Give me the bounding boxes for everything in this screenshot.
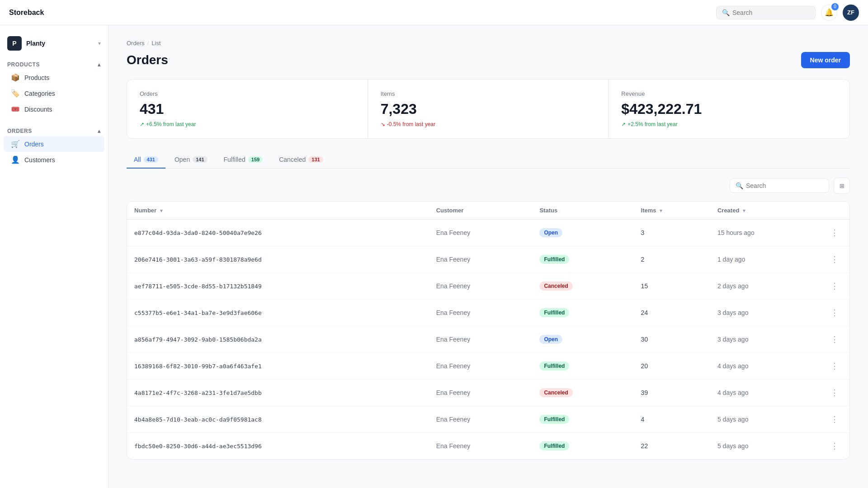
table-row[interactable]: 4a8171e2-4f7c-3268-a231-3fe1d7ae5dbb Ena… (127, 380, 849, 406)
page-title: Orders (127, 53, 168, 67)
col-header-created[interactable]: Created ▾ (710, 202, 820, 220)
row-menu-button[interactable]: ⋮ (827, 279, 842, 293)
status-badge: Open (539, 335, 562, 344)
store-icon: P (7, 36, 22, 51)
table-row[interactable]: e877c04d-93da-3da0-8240-50040a7e9e26 Ena… (127, 220, 849, 246)
sort-icon: ▾ (160, 208, 163, 213)
status-cell: Open (532, 326, 633, 353)
stat-card-items: Items 7,323 ↘ -0.5% from last year (368, 80, 609, 138)
row-actions: ⋮ (820, 406, 849, 433)
row-menu-button[interactable]: ⋮ (827, 253, 842, 266)
items-count: 24 (634, 300, 710, 326)
sidebar-item-categories[interactable]: 🏷️ Categories (4, 85, 104, 101)
sidebar-section-products[interactable]: Products ▴ (0, 58, 108, 70)
order-id: aef78711-e505-3cde-8d55-b17132b51849 (127, 273, 429, 300)
global-search[interactable]: 🔍 (716, 6, 816, 19)
sidebar-section-orders[interactable]: Orders ▴ (0, 124, 108, 136)
items-count: 22 (634, 433, 710, 460)
status-cell: Canceled (532, 273, 633, 300)
order-id: c55377b5-e6e1-34a1-ba7e-3e9d3fae606e (127, 300, 429, 326)
sidebar-item-label: Categories (24, 90, 55, 97)
row-actions: ⋮ (820, 380, 849, 406)
chevron-up-icon: ▴ (98, 128, 101, 134)
tab-fulfilled[interactable]: Fulfilled 159 (217, 151, 270, 169)
sidebar: P Planty ▾ Products ▴ 📦 Products 🏷️ Cate… (0, 25, 108, 488)
row-actions: ⋮ (820, 326, 849, 353)
customers-icon: 👤 (11, 155, 20, 164)
avatar[interactable]: ZF (843, 5, 859, 21)
order-id: 16389168-6f82-3010-99b7-a0a6f463afe1 (127, 353, 429, 380)
order-id: 4b4a8e85-7d10-3eab-ac0c-da9f05981ac8 (127, 406, 429, 433)
order-tabs: All 431 Open 141 Fulfilled 159 Canceled … (127, 151, 850, 169)
row-menu-button[interactable]: ⋮ (827, 333, 842, 346)
stat-label: Items (381, 90, 596, 97)
customer-name: Ena Feeney (429, 300, 533, 326)
breadcrumb-parent[interactable]: Orders (127, 40, 145, 47)
chevron-up-icon: ▴ (98, 61, 101, 68)
customer-name: Ena Feeney (429, 326, 533, 353)
tab-canceled[interactable]: Canceled 131 (272, 151, 330, 169)
columns-button[interactable]: ⊞ (834, 178, 850, 194)
table-row[interactable]: c55377b5-e6e1-34a1-ba7e-3e9d3fae606e Ena… (127, 300, 849, 326)
row-menu-button[interactable]: ⋮ (827, 359, 842, 373)
customer-name: Ena Feeney (429, 273, 533, 300)
created-time: 3 days ago (710, 326, 820, 353)
status-badge: Canceled (539, 388, 572, 397)
created-time: 1 day ago (710, 246, 820, 273)
row-menu-button[interactable]: ⋮ (827, 413, 842, 426)
page-header: Orders New order (127, 52, 850, 68)
table-toolbar: 🔍 ⊞ (127, 178, 850, 194)
status-cell: Fulfilled (532, 300, 633, 326)
tab-all[interactable]: All 431 (127, 151, 165, 169)
row-menu-button[interactable]: ⋮ (827, 306, 842, 319)
stat-value: 7,323 (381, 101, 596, 117)
sidebar-item-discounts[interactable]: 🎟️ Discounts (4, 101, 104, 117)
table-row[interactable]: 4b4a8e85-7d10-3eab-ac0c-da9f05981ac8 Ena… (127, 406, 849, 433)
items-count: 20 (634, 353, 710, 380)
topnav: Storeback 🔍 🔔 0 ZF (0, 0, 868, 25)
col-header-customer: Customer (429, 202, 533, 220)
sort-icon: ▾ (743, 208, 745, 213)
created-time: 3 days ago (710, 300, 820, 326)
table-row[interactable]: 206e7416-3001-3a63-a59f-8301878a9e6d Ena… (127, 246, 849, 273)
table-search[interactable]: 🔍 (730, 178, 829, 193)
status-badge: Fulfilled (539, 255, 569, 264)
items-count: 3 (634, 220, 710, 246)
table-row[interactable]: a856af79-4947-3092-9ab0-1585b06bda2a Ena… (127, 326, 849, 353)
tab-open[interactable]: Open 141 (167, 151, 215, 169)
stat-value: $423,222.71 (621, 101, 837, 117)
search-input[interactable] (732, 9, 810, 16)
sidebar-item-orders[interactable]: 🛒 Orders (4, 136, 104, 152)
table-row[interactable]: fbdc50e0-8250-30d6-a44d-ae3ec5513d96 Ena… (127, 433, 849, 460)
created-time: 5 days ago (710, 433, 820, 460)
row-menu-button[interactable]: ⋮ (827, 439, 842, 453)
customer-name: Ena Feeney (429, 246, 533, 273)
notifications-button[interactable]: 🔔 0 (821, 5, 837, 21)
new-order-button[interactable]: New order (801, 52, 850, 68)
items-count: 30 (634, 326, 710, 353)
stat-card-revenue: Revenue $423,222.71 ↗ +2.5% from last ye… (609, 80, 849, 138)
sidebar-item-products[interactable]: 📦 Products (4, 70, 104, 85)
trend-up-icon: ↗ (621, 121, 626, 127)
table-row[interactable]: 16389168-6f82-3010-99b7-a0a6f463afe1 Ena… (127, 353, 849, 380)
chevron-down-icon: ▾ (98, 40, 101, 47)
store-selector[interactable]: P Planty ▾ (0, 33, 108, 58)
row-menu-button[interactable]: ⋮ (827, 386, 842, 399)
table-row[interactable]: aef78711-e505-3cde-8d55-b17132b51849 Ena… (127, 273, 849, 300)
sidebar-item-customers[interactable]: 👤 Customers (4, 152, 104, 168)
trend-down-icon: ↘ (381, 121, 385, 127)
sidebar-item-label: Products (24, 74, 49, 81)
breadcrumb: Orders / List (127, 40, 850, 47)
row-menu-button[interactable]: ⋮ (827, 226, 842, 239)
orders-table: Number ▾ Customer Status Items ▾ Created… (127, 201, 850, 460)
col-header-items[interactable]: Items ▾ (634, 202, 710, 220)
trend-up-icon: ↗ (140, 121, 144, 127)
col-header-number[interactable]: Number ▾ (127, 202, 429, 220)
stat-change: ↗ +6.5% from last year (140, 121, 355, 127)
row-actions: ⋮ (820, 220, 849, 246)
table-search-input[interactable] (746, 182, 823, 189)
status-cell: Fulfilled (532, 406, 633, 433)
status-cell: Canceled (532, 380, 633, 406)
status-badge: Fulfilled (539, 441, 569, 450)
status-badge: Fulfilled (539, 415, 569, 424)
